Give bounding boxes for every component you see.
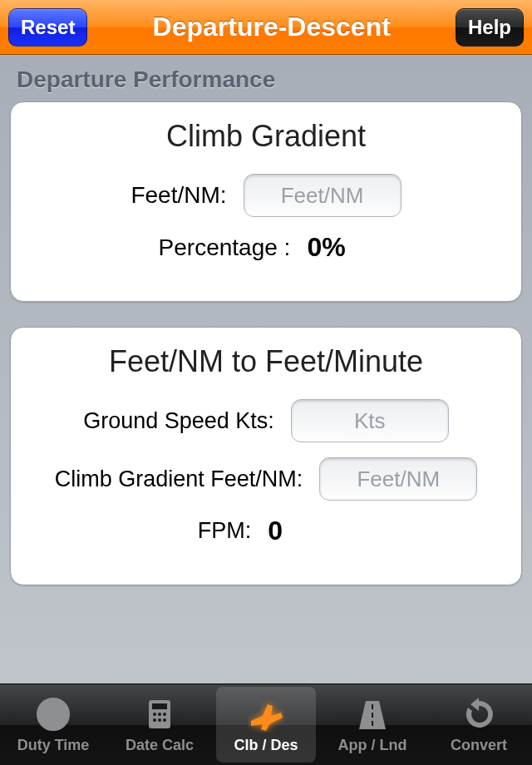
card-title-fpm: Feet/NM to Feet/Minute (26, 344, 506, 379)
tab-duty-time[interactable]: Duty Time (0, 684, 106, 765)
plane-icon (247, 695, 285, 733)
tab-bar: Duty Time Date Calc Clb / Des App / Lnd … (0, 684, 532, 765)
help-button[interactable]: Help (456, 8, 524, 47)
tab-app-lnd[interactable]: App / Lnd (319, 684, 426, 765)
feet-nm-to-fpm-card: Feet/NM to Feet/Minute Ground Speed Kts:… (10, 327, 522, 585)
input-ground-speed[interactable]: Kts (291, 399, 449, 442)
section-heading: Departure Performance (10, 55, 522, 101)
label-ground-speed: Ground Speed Kts: (83, 408, 274, 434)
tab-convert[interactable]: Convert (426, 684, 532, 765)
svg-point-10 (163, 718, 166, 722)
runway-icon (353, 695, 392, 733)
label-climb-gradient: Climb Gradient Feet/NM: (55, 466, 303, 492)
tab-label: Duty Time (17, 737, 90, 754)
tab-label: Convert (451, 737, 507, 754)
calculator-icon (140, 695, 179, 733)
tab-clb-des[interactable]: Clb / Des (213, 684, 319, 765)
row-ground-speed: Ground Speed Kts: Kts (26, 399, 506, 442)
row-climb-gradient: Climb Gradient Feet/NM: Feet/NM (26, 457, 506, 501)
value-percentage: 0% (307, 232, 373, 263)
value-fpm: 0 (268, 516, 334, 546)
page-title: Departure-Descent (87, 12, 456, 42)
svg-point-5 (153, 713, 156, 716)
label-percentage: Percentage : (159, 234, 291, 261)
row-fpm: FPM: 0 (26, 516, 506, 546)
svg-point-6 (158, 713, 161, 716)
tab-label: App / Lnd (338, 737, 407, 754)
label-fpm: FPM: (198, 518, 252, 544)
tab-date-calc[interactable]: Date Calc (106, 684, 213, 765)
label-feet-nm: Feet/NM: (131, 182, 226, 209)
content: Departure Performance Climb Gradient Fee… (0, 55, 532, 684)
tab-label: Date Calc (126, 737, 194, 754)
clock-icon (34, 695, 72, 733)
refresh-icon (460, 695, 498, 733)
reset-button[interactable]: Reset (8, 8, 87, 47)
card-title-climb-gradient: Climb Gradient (26, 119, 506, 154)
svg-point-9 (158, 718, 161, 722)
svg-point-8 (153, 718, 156, 722)
header: Reset Departure-Descent Help (0, 0, 532, 55)
svg-point-7 (163, 713, 166, 716)
tab-label: Clb / Des (234, 737, 298, 754)
input-feet-nm[interactable]: Feet/NM (244, 174, 401, 217)
row-percentage: Percentage : 0% (26, 232, 506, 263)
row-feet-nm: Feet/NM: Feet/NM (26, 174, 506, 217)
input-climb-gradient[interactable]: Feet/NM (319, 457, 477, 501)
svg-rect-4 (152, 703, 167, 709)
climb-gradient-card: Climb Gradient Feet/NM: Feet/NM Percenta… (10, 101, 522, 302)
